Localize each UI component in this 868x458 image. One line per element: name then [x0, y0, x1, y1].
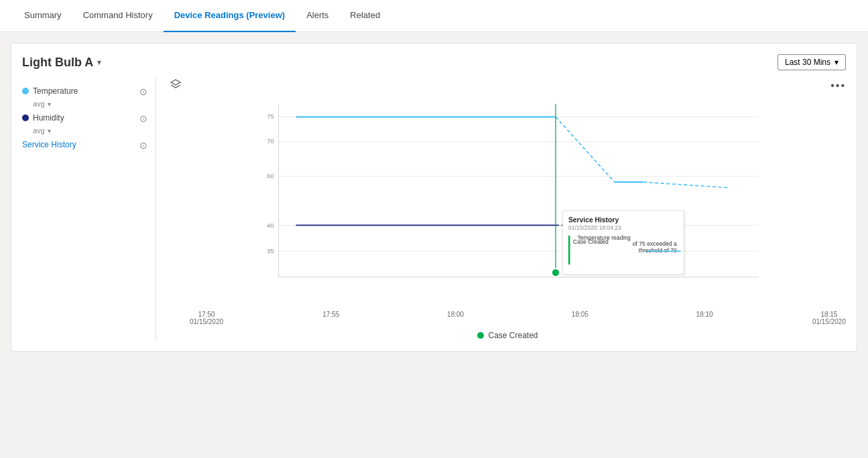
x-label-1755: 17:55: [314, 311, 348, 325]
x-label-1800: 18:00: [439, 311, 473, 325]
svg-text:40: 40: [267, 222, 274, 229]
legend-panel: Temperature avg ▾ ⊙: [22, 78, 156, 340]
x-time-1750: 17:50: [190, 311, 223, 318]
device-readings-card: Light Bulb A ▾ Last 30 Mins ▾ Tem: [11, 43, 857, 352]
legend-temperature-row: Temperature: [22, 86, 78, 96]
humidity-sublabel: avg ▾: [33, 127, 51, 135]
x-label-1815: 18:15 01/15/2020: [812, 311, 846, 325]
main-content: Light Bulb A ▾ Last 30 Mins ▾ Tem: [0, 32, 868, 362]
legend-temperature-left: Temperature avg ▾: [22, 86, 78, 108]
nav-summary[interactable]: Summary: [13, 0, 72, 32]
top-navigation: Summary Command History Device Readings …: [0, 0, 868, 32]
chart-toolbar: •••: [170, 78, 846, 93]
svg-point-14: [552, 269, 560, 277]
temperature-label: Temperature: [33, 86, 78, 96]
device-dropdown-arrow[interactable]: ▾: [97, 58, 101, 67]
nav-alerts[interactable]: Alerts: [296, 0, 339, 32]
case-created-label: Case Created: [488, 331, 538, 340]
svg-text:of 75 exceeded a: of 75 exceeded a: [633, 240, 677, 247]
x-time-1755: 17:55: [314, 311, 348, 318]
humidity-dot: [22, 115, 29, 121]
svg-text:35: 35: [267, 247, 274, 254]
x-date-1815: 01/15/2020: [812, 318, 846, 325]
svg-text:60: 60: [267, 172, 274, 179]
x-time-1800: 18:00: [439, 311, 473, 318]
chart-svg-wrapper: 75 70 60 40 35: [170, 98, 846, 340]
nav-command-history[interactable]: Command History: [72, 0, 164, 32]
x-label-1805: 18:05: [563, 311, 597, 325]
device-title[interactable]: Light Bulb A ▾: [22, 56, 101, 70]
x-time-1810: 18:10: [688, 311, 721, 318]
svg-text:threshold of 70: threshold of 70: [639, 247, 677, 254]
legend-service-history: Service History ⊙: [22, 137, 147, 153]
svg-text:01/15/2020 18:04:23: 01/15/2020 18:04:23: [568, 224, 621, 231]
card-header: Light Bulb A ▾ Last 30 Mins ▾: [22, 54, 846, 70]
nav-related[interactable]: Related: [339, 0, 391, 32]
x-axis-labels: 17:50 01/15/2020 17:55 18:00 18:05: [170, 308, 846, 325]
temperature-avg-chevron[interactable]: ▾: [48, 100, 51, 108]
nav-device-readings[interactable]: Device Readings (Preview): [164, 0, 296, 32]
legend-bottom: Case Created: [170, 331, 846, 340]
chart-area: ••• 75 70 60 40 35: [156, 78, 846, 340]
x-time-1805: 18:05: [563, 311, 597, 318]
svg-text:75: 75: [267, 112, 274, 120]
time-range-chevron: ▾: [834, 58, 839, 67]
x-date-1750: 01/15/2020: [190, 318, 223, 325]
svg-text:70: 70: [267, 137, 274, 145]
temperature-sublabel: avg ▾: [33, 100, 51, 108]
temperature-eye-icon[interactable]: ⊙: [139, 86, 147, 97]
svg-rect-18: [568, 236, 570, 264]
x-time-1815: 18:15: [812, 311, 846, 318]
more-options-icon[interactable]: •••: [830, 80, 846, 92]
temperature-icons: ⊙: [139, 86, 147, 97]
service-history-eye-icon[interactable]: ⊙: [139, 140, 147, 151]
chart-svg: 75 70 60 40 35: [170, 98, 846, 306]
case-created-dot: [477, 332, 484, 339]
legend-humidity-left: Humidity avg ▾: [22, 113, 64, 135]
humidity-label: Humidity: [33, 113, 64, 123]
legend-humidity: Humidity avg ▾ ⊙: [22, 110, 147, 137]
svg-text:Service History: Service History: [568, 216, 619, 224]
time-range-label: Last 30 Mins: [785, 58, 830, 67]
svg-text:Temperature reading: Temperature reading: [577, 234, 631, 241]
x-label-1810: 18:10: [688, 311, 721, 325]
legend-temperature: Temperature avg ▾ ⊙: [22, 84, 147, 110]
svg-marker-0: [171, 80, 180, 85]
time-range-button[interactable]: Last 30 Mins ▾: [778, 54, 846, 70]
chart-container: Temperature avg ▾ ⊙: [22, 78, 846, 340]
legend-humidity-row: Humidity: [22, 113, 64, 123]
humidity-icons: ⊙: [139, 113, 147, 124]
humidity-eye-icon[interactable]: ⊙: [139, 113, 147, 124]
layers-icon[interactable]: [170, 78, 182, 93]
service-history-link[interactable]: Service History: [22, 140, 76, 149]
device-title-text: Light Bulb A: [22, 56, 93, 70]
service-history-icons: ⊙: [139, 140, 147, 151]
temperature-dot: [22, 88, 29, 94]
humidity-avg-chevron[interactable]: ▾: [48, 127, 51, 135]
x-label-1750: 17:50 01/15/2020: [190, 311, 223, 325]
